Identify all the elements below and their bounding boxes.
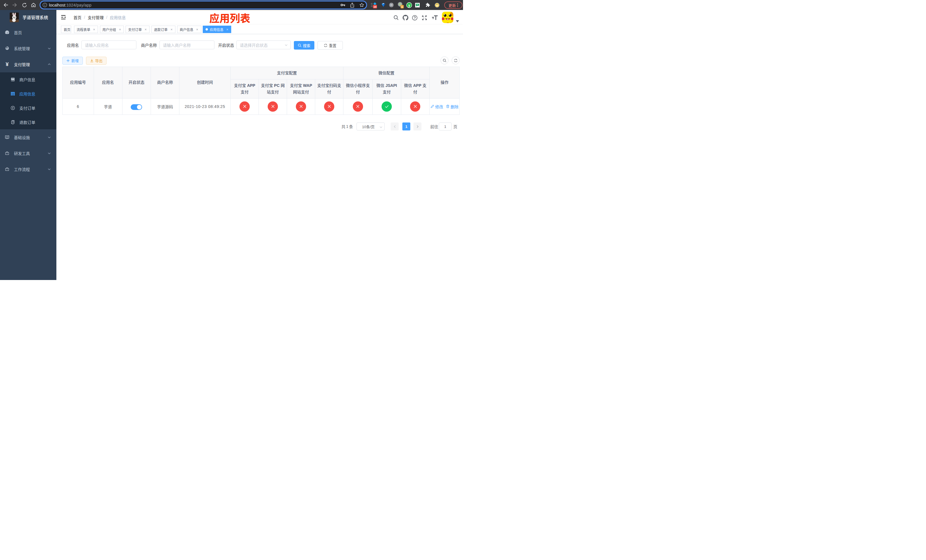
svg-text:10: 10 xyxy=(374,5,377,8)
svg-text:y: y xyxy=(408,3,410,7)
svg-text:⌘: ⌘ xyxy=(390,3,393,6)
svg-text:1: 1 xyxy=(401,5,403,8)
